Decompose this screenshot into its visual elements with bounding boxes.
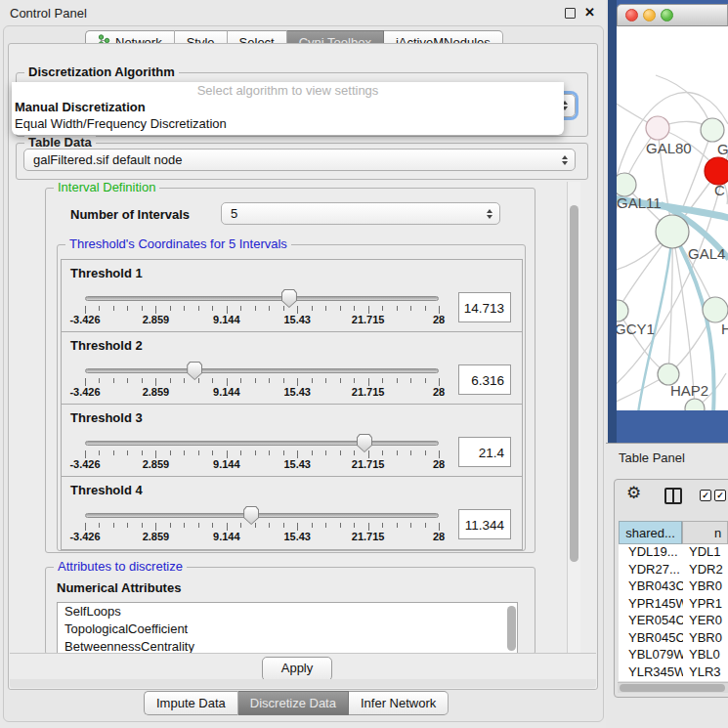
tick-mark <box>269 306 270 311</box>
main-scrollbar-thumb[interactable] <box>570 205 578 562</box>
number-of-intervals-combobox[interactable]: 5 <box>221 202 500 225</box>
tick-mark <box>269 450 270 455</box>
tick-mark <box>240 306 241 311</box>
tick-mark <box>240 523 241 528</box>
attributes-group-title: Attributes to discretize <box>54 559 187 574</box>
table-row[interactable]: YDL19...YDL1 <box>619 544 728 562</box>
slider-thumb[interactable] <box>243 506 259 525</box>
node-label-c: C <box>714 182 725 198</box>
tick-mark <box>382 523 383 528</box>
tick-mark <box>255 306 256 311</box>
tick-mark <box>155 378 156 386</box>
network-node-c[interactable] <box>705 157 728 185</box>
network-node-h[interactable] <box>703 297 728 322</box>
slider-track[interactable] <box>85 441 439 446</box>
dropdown-option-manual-discretization[interactable]: Manual Discretization <box>12 99 564 115</box>
column-header-name[interactable]: n <box>682 521 728 544</box>
dropdown-option-equal-width-frequency-discretization[interactable]: Equal Width/Frequency Discretization <box>12 115 564 132</box>
combobox-stepper-icon <box>487 209 492 219</box>
tick-mark <box>340 450 341 455</box>
axis-label: 2.859 <box>143 386 170 398</box>
slider-thumb[interactable] <box>357 434 372 452</box>
axis-label: -3.426 <box>69 531 100 542</box>
slider-thumb[interactable] <box>187 362 202 380</box>
tick-mark <box>198 450 199 455</box>
table-row[interactable]: YPR145WYPR1 <box>619 596 728 614</box>
checkbox-icon[interactable]: ✓ <box>700 490 711 501</box>
zoom-light-icon[interactable] <box>661 9 673 21</box>
main-vertical-scrollbar[interactable] <box>567 182 580 653</box>
table-row[interactable]: YBR045CYBR0 <box>619 630 728 648</box>
table-hscrollbar-thumb[interactable] <box>620 684 725 692</box>
network-node-ga[interactable] <box>701 118 724 142</box>
apply-button[interactable]: Apply <box>262 657 332 681</box>
attribute-item-selfloops[interactable]: SelfLoops <box>58 603 517 621</box>
tick-mark <box>368 306 369 314</box>
minimize-light-icon[interactable] <box>643 9 656 21</box>
network-node-gal4[interactable] <box>656 215 689 248</box>
cell-name: YER0 <box>683 613 722 630</box>
table-panel-title: Table Panel <box>619 450 685 465</box>
tick-mark <box>184 523 185 528</box>
dropdown-options: Manual DiscretizationEqual Width/Frequen… <box>12 99 564 132</box>
table-row[interactable]: YDR27...YDR2 <box>619 562 728 579</box>
table-row[interactable]: YBL079WYBL0 <box>619 647 728 664</box>
tick-mark <box>212 306 213 311</box>
threshold-value-field[interactable]: 11.344 <box>458 509 511 539</box>
tick-mark <box>240 450 241 455</box>
tick-mark <box>155 306 156 314</box>
tick-mark <box>85 450 86 458</box>
close-light-icon[interactable] <box>625 9 638 21</box>
cell-name: YDL1 <box>683 544 721 562</box>
axis-label: 21.715 <box>352 314 385 325</box>
network-node-gal80[interactable] <box>646 116 669 140</box>
attribute-item-topologicalcoefficient[interactable]: TopologicalCoefficient <box>58 621 517 638</box>
table-row[interactable]: YLR345WYLR3 <box>619 664 728 682</box>
threshold-value-field[interactable]: 6.316 <box>458 364 511 395</box>
tick-mark <box>184 306 185 311</box>
cell-name: YBR0 <box>683 578 722 596</box>
checkbox-icon[interactable]: ✓ <box>714 490 726 501</box>
cell-shared-name: YDL19... <box>619 544 683 562</box>
tick-mark <box>340 306 341 311</box>
float-window-icon[interactable] <box>565 8 576 19</box>
tick-mark <box>184 450 185 455</box>
slider-track[interactable] <box>85 296 439 301</box>
threshold-value-field[interactable]: 14.713 <box>458 292 511 322</box>
table-row[interactable]: YBR043CYBR0 <box>619 578 728 596</box>
tick-mark <box>227 523 228 531</box>
tick-mark <box>397 450 398 455</box>
node-label-gal4: GAL4 <box>688 245 725 262</box>
attributes-scrollbar-thumb[interactable] <box>507 606 516 651</box>
slider-track[interactable] <box>85 368 439 373</box>
columns-icon[interactable] <box>664 488 682 504</box>
network-node[interactable] <box>685 399 705 410</box>
network-node-gal11[interactable] <box>617 173 636 196</box>
tab-impute-data[interactable]: Impute Data <box>144 691 238 715</box>
tick-mark <box>340 523 341 528</box>
number-of-intervals-value: 5 <box>231 206 237 221</box>
gear-icon[interactable]: ⚙ <box>626 483 641 503</box>
tick-mark <box>297 306 298 314</box>
slider-track[interactable] <box>85 513 439 518</box>
numerical-attributes-list[interactable]: SelfLoopsTopologicalCoefficientBetweenne… <box>57 602 518 655</box>
network-canvas[interactable]: GAL80GACGAL11GAL4GCY1HHAP2 <box>617 26 728 410</box>
cell-name: YPR1 <box>683 596 722 614</box>
table-data-combobox[interactable]: galFiltered.sif default node <box>23 149 576 171</box>
tab-discretize-data[interactable]: Discretize Data <box>238 691 349 715</box>
close-icon[interactable]: ✕ <box>584 5 595 20</box>
cell-name: YLR3 <box>683 664 721 682</box>
table-horizontal-scrollbar[interactable] <box>618 682 728 693</box>
tick-mark <box>410 450 411 455</box>
tick-mark <box>382 450 383 455</box>
column-header-shared-name[interactable]: shared... <box>619 521 682 544</box>
tick-mark <box>142 306 143 311</box>
tick-mark <box>283 378 284 383</box>
tab-infer-network[interactable]: Infer Network <box>349 691 449 715</box>
threshold-value-field[interactable]: 21.4 <box>458 437 511 467</box>
axis-label: 15.43 <box>283 531 311 542</box>
cell-name: YDR2 <box>683 562 723 579</box>
network-node-gcy1[interactable] <box>617 300 628 321</box>
tick-mark <box>155 450 156 458</box>
table-row[interactable]: YER054CYER0 <box>619 613 728 630</box>
